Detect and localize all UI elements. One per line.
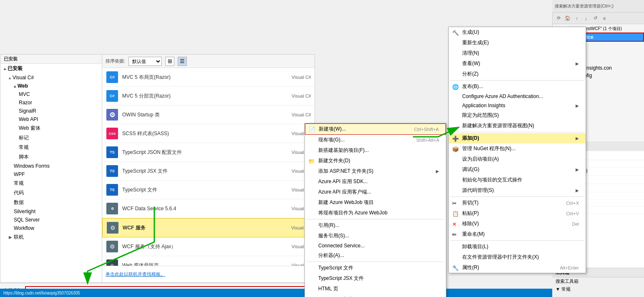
menu-scope[interactable]: 限定为此范围(S) (449, 110, 586, 121)
menu-new-se-view[interactable]: 新建解决方案资源管理器视图(N) (449, 121, 586, 131)
menu-rename-label: 重命名(M) (462, 231, 485, 238)
tree-signalr[interactable]: SignalR (0, 107, 102, 115)
tree-web[interactable]: ▴ Web (0, 82, 102, 90)
tree-script[interactable]: 脚本 (0, 152, 102, 162)
menu-interactive-label: 初始化与项目的交互式操作 (462, 176, 522, 184)
menu-scope-label: 限定为此范围(S) (462, 112, 499, 119)
menu-source-control[interactable]: 源代码管理(S) ▶ (449, 185, 586, 196)
tree-mark[interactable]: 标记 (0, 133, 102, 143)
template-scss[interactable]: CSS SCSS 样式表(SASS) Visual C# (102, 124, 314, 143)
list-view-btn[interactable]: ☰ (178, 57, 187, 66)
menu-debug[interactable]: 调试(G) ▶ (449, 164, 586, 175)
menu-properties[interactable]: 🔧 属性(R) Alt+Enter (449, 262, 586, 273)
template-ts[interactable]: TS TypeScript 文件 Visual C# (102, 181, 314, 199)
template-mvc5-partial[interactable]: C# MVC 5 分部页(Razor) Visual C# (102, 87, 314, 106)
menu-aspnet-folder-label: 添加 ASP.NET 文件夹(S) (318, 168, 373, 175)
menu-analyze[interactable]: 分析(Z) (449, 69, 586, 79)
se-btn-5[interactable]: ≡ (600, 14, 609, 23)
menu-azure-api-sdk[interactable]: Azure API 应用 SDK... (305, 176, 446, 187)
template-owin[interactable]: ⚙ OWIN Startup 类 Visual C# (102, 106, 314, 124)
menu-rename[interactable]: ✏ 重命名(M) (449, 229, 586, 239)
tree-code[interactable]: 代码 (0, 188, 102, 198)
menu-nuget[interactable]: 📦 管理 NuGet 程序包(N)... (449, 143, 586, 154)
template-wcf-data[interactable]: ⚙ WCF Data Service 5.6.4 Visual C# (102, 199, 314, 218)
expand-online: ▶ (9, 235, 12, 239)
menu-scaffold-label: 新搭建基架的项目(F)... (318, 147, 369, 154)
menu-new-se-view-label: 新建解决方案资源管理器视图(N) (462, 122, 534, 129)
tree-data[interactable]: 数据 (0, 198, 102, 207)
se-btn-2[interactable]: 🏠 (564, 14, 572, 23)
menu-azure-api-client[interactable]: Azure API 应用客户端... (305, 187, 446, 197)
tree-razor[interactable]: Razor (0, 98, 102, 107)
menu-rebuild[interactable]: 重新生成(E) (449, 38, 586, 48)
se-btn-3[interactable]: ↑ (573, 14, 581, 23)
template-web-master[interactable]: ⊟ Web 窗体母版页 Visual C# (102, 256, 314, 266)
menu-unload[interactable]: 卸载项目(L) (449, 242, 586, 252)
menu-html-page[interactable]: HTML 页 (305, 284, 446, 294)
menu-clean[interactable]: 清理(N) (449, 48, 586, 58)
tree-visual-cs[interactable]: ▴ Visual C# (0, 73, 102, 82)
menu-view[interactable]: 查看(W) ▶ (449, 58, 586, 69)
cut-shortcut: Ctrl+X (566, 201, 579, 206)
menu-javascript-file[interactable]: JavaScript 文件 (305, 294, 446, 297)
menu-typescript-jsx[interactable]: TypeScript JSX 文件 (305, 273, 446, 284)
menu-paste[interactable]: 📋 粘贴(P) Ctrl+V (449, 208, 586, 219)
menu-service-ref[interactable]: 服务引用(S)... (305, 231, 446, 241)
menu-scaffold[interactable]: 新搭建基架的项目(F)... (305, 145, 446, 156)
tree-label-razor: Razor (19, 100, 32, 106)
template-icon-ts-json: TS (106, 146, 119, 159)
folder-icon: 📁 (308, 158, 315, 164)
template-wcf-service[interactable]: ⚙ WCF 服务 Visual C# (102, 218, 314, 237)
se-btn-4[interactable]: ↓ (582, 14, 590, 23)
menu-analyzer[interactable]: 分析器(A)... (305, 250, 446, 261)
tree-web-window[interactable]: Web 窗体 (0, 123, 102, 133)
menu-connected-service[interactable]: Connected Service... (305, 241, 446, 250)
template-wcf-ajax[interactable]: ⚙ WCF 服务（支持 Ajax） Visual C# (102, 237, 314, 256)
tree-online[interactable]: ▶ 联机 (0, 232, 102, 242)
menu-typescript-file[interactable]: TypeScript 文件 (305, 263, 446, 273)
menu-new-item[interactable]: 📄 新建项(W)... Ctrl+Shift+A (305, 123, 446, 135)
tree-installed[interactable]: ▴ 已安装 (0, 64, 102, 73)
template-ts-json[interactable]: TS TypeScript JSON 配置文件 Visual C# (102, 143, 314, 162)
menu-azure-ad[interactable]: Configure Azure AD Authentication... (449, 92, 586, 101)
tree-general[interactable]: 常规 (0, 179, 102, 188)
tree-sql-server[interactable]: SQL Server (0, 216, 102, 224)
se-btn-1[interactable]: ⟳ (554, 14, 563, 23)
tree-wpf[interactable]: WPF (0, 170, 102, 179)
template-icon-owin: ⚙ (106, 108, 119, 121)
menu-new-folder-label: 新建文件夹(D) (318, 157, 350, 164)
tree-windows-forms[interactable]: Windows Forms (0, 162, 102, 170)
menu-existing-item[interactable]: 现有项(G)... Shift+Alt+A (305, 135, 446, 145)
template-name-ts-jsx: TypeScript JSX 文件 (122, 168, 283, 175)
menu-interactive[interactable]: 初始化与项目的交互式操作 (449, 175, 586, 185)
menu-publish[interactable]: 🌐 发布(B)... (449, 81, 586, 92)
menu-new-folder[interactable]: 📁 新建文件夹(D) (305, 156, 446, 166)
se-btn-refresh[interactable]: ↺ (591, 14, 599, 23)
menu-startup[interactable]: 设为启动项目(A) (449, 154, 586, 164)
menu-app-insights[interactable]: Application Insights ▶ (449, 101, 586, 110)
menu-build[interactable]: 🔨 生成(U) (449, 27, 586, 38)
sort-dropdown[interactable]: 默认值 (128, 57, 162, 66)
template-icon-mvc5-layout: C# (106, 70, 119, 84)
menu-aspnet-folder[interactable]: 添加 ASP.NET 文件夹(S) ▶ (305, 166, 446, 176)
solution-explorer-topbar: 搜索解决方案资源管理器(Ctrl+;) (552, 0, 644, 13)
installed-header: 已安装 (0, 55, 102, 64)
menu-remove[interactable]: ✕ 移除(V) Del (449, 219, 586, 229)
grid-view-btn[interactable]: ⊞ (165, 57, 174, 66)
menu-open-folder[interactable]: 在文件资源管理器中打开文件夹(X) (449, 252, 586, 262)
template-mvc5-layout[interactable]: C# MVC 5 布局页(Razor) Visual C# (102, 68, 314, 87)
tree-workflow[interactable]: Workflow (0, 224, 102, 232)
menu-existing-webjob[interactable]: 将现有项目作为 Azure WebJob (305, 208, 446, 218)
footer-link[interactable]: 单击此处以联机并查找模板。 (106, 271, 165, 277)
tree-mvc[interactable]: MVC (0, 90, 102, 98)
menu-reference[interactable]: 引用(R)... (305, 220, 446, 231)
menu-add[interactable]: ➕ 添加(D) ▶ (449, 133, 586, 143)
menu-azure-webjob[interactable]: 新建 Azure WebJob 项目 (305, 197, 446, 208)
toolbox-search[interactable]: 搜索工具箱 (552, 277, 644, 285)
tree-regular[interactable]: 常规 (0, 143, 102, 152)
menu-cut[interactable]: ✂ 剪切(T) Ctrl+X (449, 198, 586, 208)
menu-existing-shortcut: Shift+Alt+A (416, 138, 439, 143)
template-ts-jsx[interactable]: TS TypeScript JSX 文件 Visual C# (102, 162, 314, 181)
tree-silverlight[interactable]: Silverlight (0, 207, 102, 216)
tree-web-api[interactable]: Web API (0, 115, 102, 123)
